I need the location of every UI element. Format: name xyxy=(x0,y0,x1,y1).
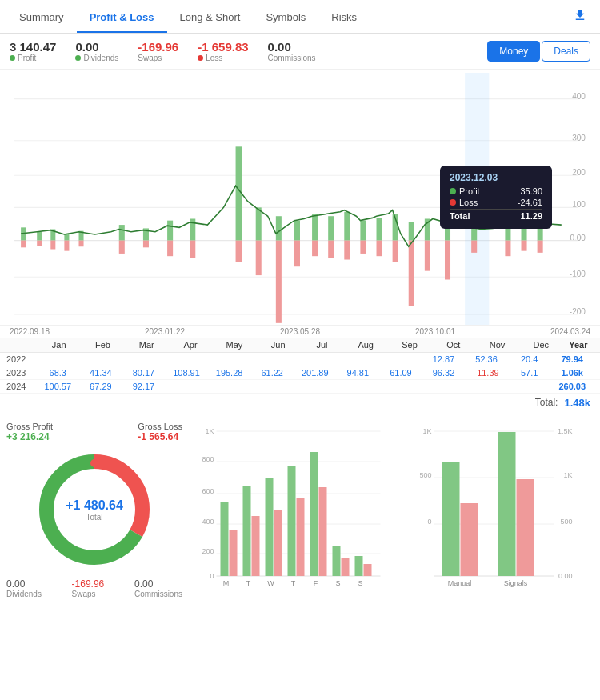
svg-rect-37 xyxy=(276,216,282,240)
svg-rect-95 xyxy=(355,556,363,576)
svg-rect-88 xyxy=(274,510,282,576)
year-cell: 2022 xyxy=(6,354,37,364)
stat-dividends: 0.00 Dividends xyxy=(75,40,118,62)
svg-rect-47 xyxy=(360,221,366,241)
svg-text:500: 500 xyxy=(560,518,572,526)
svg-rect-94 xyxy=(342,558,350,576)
month-dec: Dec xyxy=(519,338,563,352)
month-cell: 79.94 xyxy=(550,354,594,364)
weekday-chart-section: 1K 800 600 400 200 0 xyxy=(189,422,388,618)
weekday-chart-svg: 1K 800 600 400 200 0 xyxy=(189,422,388,590)
deals-button[interactable]: Deals xyxy=(542,41,590,62)
month-cell: 68.3 xyxy=(37,368,80,378)
svg-text:Signals: Signals xyxy=(504,579,528,587)
svg-text:F: F xyxy=(314,579,318,587)
svg-rect-34 xyxy=(236,241,242,262)
svg-rect-24 xyxy=(78,241,83,247)
commissions-footer-value: 0.00 xyxy=(134,578,182,590)
date-label-5: 2024.03.24 xyxy=(550,327,590,336)
tab-summary[interactable]: Summary xyxy=(6,3,77,33)
date-label-1: 2022.09.18 xyxy=(10,327,50,336)
svg-rect-35 xyxy=(256,207,262,240)
svg-rect-26 xyxy=(119,241,125,254)
table-row: 202212.8752.3620.479.94 xyxy=(0,353,600,366)
svg-text:500: 500 xyxy=(419,471,431,479)
svg-rect-44 xyxy=(328,241,334,258)
stats-bar: 3 140.47 Profit 0.00 Dividends -169.96 S… xyxy=(0,34,600,70)
month-cell: 41.34 xyxy=(79,368,122,378)
gross-profit-value: +3 216.24 xyxy=(6,431,53,442)
svg-rect-56 xyxy=(425,241,430,271)
tab-risks[interactable]: Risks xyxy=(318,3,370,33)
svg-rect-52 xyxy=(393,241,398,262)
month-jun: Jun xyxy=(256,338,300,352)
tab-profit-loss[interactable]: Profit & Loss xyxy=(77,3,167,33)
swaps-footer-value: -169.96 xyxy=(72,578,105,590)
stat-swaps: -169.96 Swaps xyxy=(138,40,178,62)
date-axis: 2022.09.18 2023.01.22 2023.05.28 2023.10… xyxy=(0,326,600,338)
bottom-section: Gross Profit +3 216.24 Gross Loss -1 565… xyxy=(0,412,600,628)
svg-rect-14 xyxy=(465,73,489,325)
date-label-2: 2023.01.22 xyxy=(145,327,185,336)
svg-text:M: M xyxy=(223,579,230,587)
svg-rect-91 xyxy=(310,452,318,576)
dividends-footer-label: Dividends xyxy=(6,590,42,598)
svg-rect-41 xyxy=(312,214,318,241)
tab-long-short[interactable]: Long & Short xyxy=(167,3,254,33)
donut-total-value: +1 480.64 xyxy=(66,498,123,513)
swaps-footer-label: Swaps xyxy=(72,590,105,598)
svg-text:S: S xyxy=(358,579,362,587)
month-cell: 108.91 xyxy=(165,368,208,378)
month-aug: Aug xyxy=(344,338,388,352)
month-jan: Jan xyxy=(37,338,81,352)
svg-rect-116 xyxy=(461,503,478,576)
svg-rect-30 xyxy=(167,241,173,257)
dividends-footer-value: 0.00 xyxy=(6,578,42,590)
svg-rect-59 xyxy=(471,222,477,241)
profit-dot xyxy=(10,55,15,61)
svg-rect-64 xyxy=(522,241,527,251)
month-cell: 80.17 xyxy=(122,368,166,378)
money-button[interactable]: Money xyxy=(487,41,540,62)
donut-header: Gross Profit +3 216.24 Gross Loss -1 565… xyxy=(6,422,182,442)
swaps-label: Swaps xyxy=(138,54,178,62)
svg-rect-93 xyxy=(333,546,341,576)
svg-text:0: 0 xyxy=(427,518,431,526)
commissions-value: 0.00 xyxy=(268,40,316,54)
svg-rect-92 xyxy=(319,487,327,576)
svg-text:1K: 1K xyxy=(563,471,572,479)
stat-commissions: 0.00 Commissions xyxy=(268,40,316,62)
download-icon[interactable] xyxy=(566,0,594,33)
svg-rect-58 xyxy=(445,241,450,280)
svg-text:1K: 1K xyxy=(205,427,214,435)
svg-rect-60 xyxy=(471,241,477,253)
svg-rect-118 xyxy=(517,479,534,576)
month-cell: 201.89 xyxy=(294,368,337,378)
svg-rect-29 xyxy=(167,221,173,241)
svg-rect-85 xyxy=(243,486,251,576)
money-deals-toggle: Money Deals xyxy=(487,41,590,62)
month-cell: 52.36 xyxy=(465,354,508,364)
svg-rect-90 xyxy=(297,498,305,576)
month-cell: 92.17 xyxy=(122,382,166,391)
commissions-footer-label: Commissions xyxy=(134,590,182,598)
table-row: 2024100.5767.2992.17260.03 xyxy=(0,380,600,394)
month-cell: 96.32 xyxy=(422,368,466,378)
svg-rect-86 xyxy=(252,516,260,576)
loss-value: -1 659.83 xyxy=(198,40,248,54)
category-chart-section: 1K 500 0 1.5K 1K 500 0.00 Manual Signals xyxy=(394,422,594,618)
month-cell: -11.39 xyxy=(465,368,508,378)
svg-rect-42 xyxy=(312,241,318,257)
swaps-value: -169.96 xyxy=(138,40,178,54)
chart-svg: 400 300 200 100 0.00 -100 -200 xyxy=(6,73,594,325)
svg-rect-57 xyxy=(445,225,450,241)
svg-rect-18 xyxy=(37,241,42,246)
svg-rect-32 xyxy=(190,241,195,258)
svg-rect-49 xyxy=(377,218,382,240)
donut-chart: +1 480.64 Total xyxy=(30,446,158,574)
month-oct: Oct xyxy=(431,338,475,352)
tab-symbols[interactable]: Symbols xyxy=(253,3,318,33)
svg-text:Manual: Manual xyxy=(448,579,472,587)
month-header-row: Jan Feb Mar Apr May Jun Jul Aug Sep Oct … xyxy=(0,338,600,353)
gross-loss-value: -1 565.64 xyxy=(138,431,182,442)
